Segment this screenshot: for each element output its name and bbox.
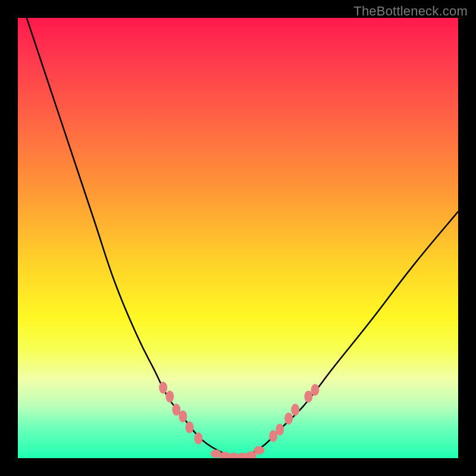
data-marker	[284, 412, 293, 424]
data-marker	[275, 424, 284, 436]
curve-left	[27, 18, 238, 458]
data-marker	[254, 446, 265, 455]
watermark-text: TheBottleneck.com	[353, 4, 468, 19]
data-marker	[165, 390, 174, 402]
data-marker	[186, 421, 194, 433]
data-marker	[159, 382, 167, 394]
markers-left	[159, 382, 202, 444]
curve-right	[238, 212, 458, 458]
data-marker	[194, 433, 202, 444]
chart-svg	[18, 18, 458, 458]
markers-right	[269, 384, 319, 442]
data-marker	[179, 411, 187, 422]
markers-bottom	[211, 446, 265, 458]
chart-plot-area	[18, 18, 458, 458]
data-marker	[311, 384, 320, 396]
data-marker	[291, 404, 299, 416]
